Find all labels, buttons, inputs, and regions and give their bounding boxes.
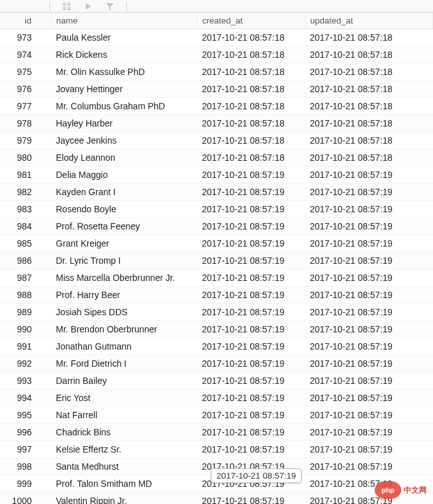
- cell-updated-at[interactable]: 2017-10-21 08:57:19: [305, 355, 433, 372]
- table-row[interactable]: 990Mr. Brendon Oberbrunner2017-10-21 08:…: [0, 321, 433, 338]
- cell-name[interactable]: Delia Maggio: [51, 167, 197, 184]
- cell-id[interactable]: 986: [0, 252, 51, 269]
- header-id[interactable]: id: [0, 13, 51, 29]
- cell-name[interactable]: Dr. Lyric Tromp I: [51, 252, 197, 269]
- cell-id[interactable]: 985: [0, 235, 51, 252]
- cell-created-at[interactable]: 2017-10-21 08:57:19: [197, 475, 305, 493]
- table-row[interactable]: 979Jaycee Jenkins2017-10-21 08:57:182017…: [0, 132, 433, 149]
- cell-created-at[interactable]: 2017-10-21 08:57:19: [197, 458, 305, 475]
- cell-name[interactable]: Eric Yost: [51, 390, 197, 407]
- cell-updated-at[interactable]: 2017-10-21 08:57:19: [305, 269, 433, 287]
- header-created-at[interactable]: created_at: [197, 13, 305, 29]
- cell-updated-at[interactable]: 2017-10-21 08:57:19: [305, 304, 433, 321]
- cell-name[interactable]: Nat Farrell: [51, 407, 197, 424]
- cell-id[interactable]: 975: [0, 64, 51, 81]
- cell-created-at[interactable]: 2017-10-21 08:57:19: [197, 269, 305, 287]
- cell-name[interactable]: Mr. Ford Dietrich I: [51, 355, 197, 372]
- cell-updated-at[interactable]: 2017-10-21 08:57:19: [305, 390, 433, 407]
- table-row[interactable]: 987Miss Marcella Oberbrunner Jr.2017-10-…: [0, 269, 433, 287]
- table-row[interactable]: 996Chadrick Bins2017-10-21 08:57:192017-…: [0, 424, 433, 441]
- cell-id[interactable]: 974: [0, 46, 51, 64]
- table-row[interactable]: 973Paula Kessler2017-10-21 08:57:182017-…: [0, 29, 433, 46]
- cell-created-at[interactable]: 2017-10-21 08:57:18: [197, 132, 305, 149]
- table-row[interactable]: 983Rosendo Boyle2017-10-21 08:57:192017-…: [0, 201, 433, 218]
- cell-id[interactable]: 978: [0, 115, 51, 132]
- table-row[interactable]: 992Mr. Ford Dietrich I2017-10-21 08:57:1…: [0, 355, 433, 372]
- play-icon[interactable]: [83, 1, 93, 11]
- table-row[interactable]: 993Darrin Bailey2017-10-21 08:57:192017-…: [0, 372, 433, 390]
- cell-id[interactable]: 984: [0, 218, 51, 235]
- cell-id[interactable]: 999: [0, 475, 51, 493]
- table-row[interactable]: 975Mr. Olin Kassulke PhD2017-10-21 08:57…: [0, 64, 433, 81]
- table-row[interactable]: 982Kayden Grant I2017-10-21 08:57:192017…: [0, 184, 433, 201]
- cell-created-at[interactable]: 2017-10-21 08:57:18: [197, 81, 305, 98]
- cell-id[interactable]: 977: [0, 98, 51, 115]
- table-row[interactable]: 999Prof. Talon Smitham MD2017-10-21 08:5…: [0, 475, 433, 493]
- header-name[interactable]: name: [51, 13, 197, 29]
- table-row[interactable]: 994Eric Yost2017-10-21 08:57:192017-10-2…: [0, 390, 433, 407]
- cell-updated-at[interactable]: 2017-10-21 08:57:18: [305, 115, 433, 132]
- cell-created-at[interactable]: 2017-10-21 08:57:19: [197, 493, 305, 505]
- cell-updated-at[interactable]: 2017-10-21 08:57:19: [305, 184, 433, 201]
- filter-icon[interactable]: [105, 1, 115, 11]
- header-updated-at[interactable]: updated_at: [305, 13, 433, 29]
- cell-id[interactable]: 1000: [0, 493, 51, 505]
- cell-name[interactable]: Jaycee Jenkins: [51, 132, 197, 149]
- table-row[interactable]: 986Dr. Lyric Tromp I2017-10-21 08:57:192…: [0, 252, 433, 269]
- cell-updated-at[interactable]: 2017-10-21 08:57:19: [305, 252, 433, 269]
- cell-updated-at[interactable]: 2017-10-21 08:57:18: [305, 29, 433, 46]
- cell-name[interactable]: Rosendo Boyle: [51, 201, 197, 218]
- cell-name[interactable]: Prof. Harry Beer: [51, 287, 197, 304]
- toolbar-icon-2[interactable]: [28, 1, 38, 11]
- table-row[interactable]: 991Jonathan Gutmann2017-10-21 08:57:1920…: [0, 338, 433, 355]
- table-row[interactable]: 988Prof. Harry Beer2017-10-21 08:57:1920…: [0, 287, 433, 304]
- cell-id[interactable]: 980: [0, 149, 51, 167]
- cell-id[interactable]: 983: [0, 201, 51, 218]
- cell-created-at[interactable]: 2017-10-21 08:57:19: [197, 218, 305, 235]
- cell-name[interactable]: Chadrick Bins: [51, 424, 197, 441]
- cell-created-at[interactable]: 2017-10-21 08:57:19: [197, 201, 305, 218]
- cell-name[interactable]: Paula Kessler: [51, 29, 197, 46]
- cell-created-at[interactable]: 2017-10-21 08:57:19: [197, 441, 305, 458]
- toolbar-icon-4[interactable]: [160, 1, 170, 11]
- cell-created-at[interactable]: 2017-10-21 08:57:18: [197, 64, 305, 81]
- cell-name[interactable]: Kayden Grant I: [51, 184, 197, 201]
- cell-updated-at[interactable]: 2017-10-21 08:57:19: [305, 235, 433, 252]
- cell-id[interactable]: 976: [0, 81, 51, 98]
- cell-updated-at[interactable]: 2017-10-21 08:57:19: [305, 441, 433, 458]
- cell-created-at[interactable]: 2017-10-21 08:57:19: [197, 321, 305, 338]
- cell-created-at[interactable]: 2017-10-21 08:57:19: [197, 338, 305, 355]
- cell-id[interactable]: 987: [0, 269, 51, 287]
- cell-id[interactable]: 993: [0, 372, 51, 390]
- cell-created-at[interactable]: 2017-10-21 08:57:18: [197, 29, 305, 46]
- table-row[interactable]: 989Josiah Sipes DDS2017-10-21 08:57:1920…: [0, 304, 433, 321]
- table-row[interactable]: 978Hayley Harber2017-10-21 08:57:182017-…: [0, 115, 433, 132]
- cell-updated-at[interactable]: 2017-10-21 08:57:19: [305, 458, 433, 475]
- cell-name[interactable]: Prof. Talon Smitham MD: [51, 475, 197, 493]
- table-row[interactable]: 995Nat Farrell2017-10-21 08:57:192017-10…: [0, 407, 433, 424]
- cell-name[interactable]: Elody Leannon: [51, 149, 197, 167]
- cell-name[interactable]: Rick Dickens: [51, 46, 197, 64]
- cell-updated-at[interactable]: 2017-10-21 08:57:19: [305, 218, 433, 235]
- cell-created-at[interactable]: 2017-10-21 08:57:19: [197, 287, 305, 304]
- cell-updated-at[interactable]: 2017-10-21 08:57:19: [305, 493, 433, 505]
- cell-id[interactable]: 989: [0, 304, 51, 321]
- table-row[interactable]: 977Mr. Columbus Graham PhD2017-10-21 08:…: [0, 98, 433, 115]
- table-row[interactable]: 984Prof. Rosetta Feeney2017-10-21 08:57:…: [0, 218, 433, 235]
- cell-created-at[interactable]: 2017-10-21 08:57:19: [197, 167, 305, 184]
- cell-updated-at[interactable]: 2017-10-21 08:57:19: [305, 424, 433, 441]
- cell-created-at[interactable]: 2017-10-21 08:57:18: [197, 115, 305, 132]
- cell-name[interactable]: Miss Marcella Oberbrunner Jr.: [51, 269, 197, 287]
- cell-updated-at[interactable]: 2017-10-21 08:57:18: [305, 149, 433, 167]
- toolbar-icon-3[interactable]: [138, 1, 149, 11]
- cell-name[interactable]: Santa Medhurst: [51, 458, 197, 475]
- table-row[interactable]: 976Jovany Hettinger2017-10-21 08:57:1820…: [0, 81, 433, 98]
- cell-updated-at[interactable]: 2017-10-21 08:57:18: [305, 98, 433, 115]
- cell-id[interactable]: 995: [0, 407, 51, 424]
- table-row[interactable]: 997Kelsie Effertz Sr.2017-10-21 08:57:19…: [0, 441, 433, 458]
- cell-id[interactable]: 992: [0, 355, 51, 372]
- grid-icon[interactable]: [62, 1, 72, 11]
- cell-created-at[interactable]: 2017-10-21 08:57:19: [197, 372, 305, 390]
- cell-name[interactable]: Valentin Rippin Jr.: [51, 493, 197, 505]
- cell-name[interactable]: Jonathan Gutmann: [51, 338, 197, 355]
